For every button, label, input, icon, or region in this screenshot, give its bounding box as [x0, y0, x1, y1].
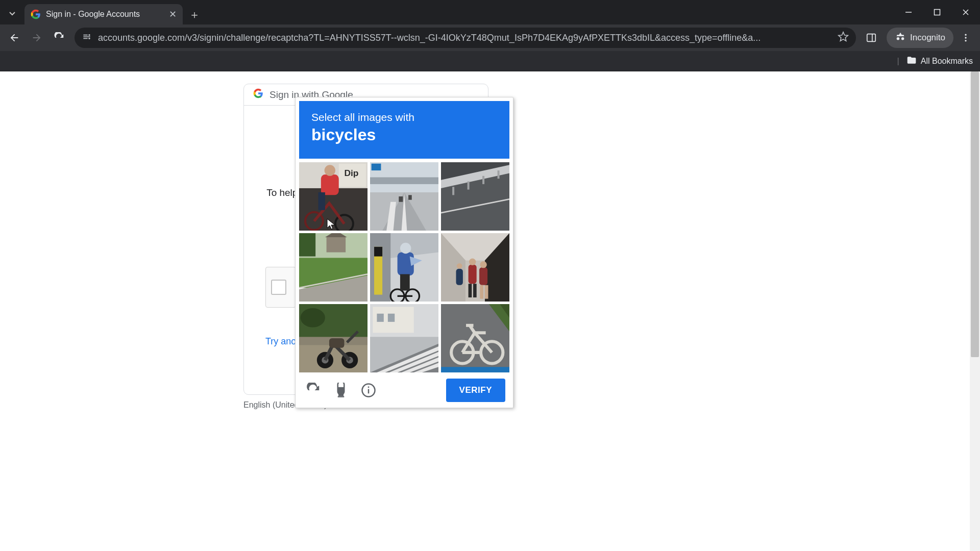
page-scrollbar[interactable]	[970, 71, 980, 551]
svg-point-2	[88, 34, 90, 36]
svg-rect-67	[485, 285, 488, 299]
svg-point-6	[965, 34, 966, 36]
scrollbar-thumb[interactable]	[971, 71, 979, 357]
svg-rect-64	[469, 284, 472, 297]
incognito-chip[interactable]: Incognito	[887, 28, 953, 48]
site-settings-icon[interactable]	[82, 32, 92, 44]
new-tab-button[interactable]: ＋	[186, 6, 203, 23]
captcha-target: bicycles	[311, 126, 497, 144]
window-close-button[interactable]	[951, 0, 980, 24]
svg-rect-82	[388, 314, 395, 322]
google-logo-icon	[253, 88, 263, 101]
captcha-footer: VERIFY	[299, 377, 509, 404]
svg-point-3	[88, 37, 90, 39]
captcha-tile-5[interactable]	[370, 233, 438, 302]
captcha-tile-1[interactable]: Dip	[299, 162, 368, 231]
bookmark-star-icon[interactable]	[838, 31, 849, 45]
bookmarks-bar: | All Bookmarks	[0, 51, 980, 71]
browser-menu-button[interactable]	[955, 28, 976, 48]
captcha-tile-7[interactable]	[299, 304, 368, 372]
svg-rect-76	[329, 338, 344, 348]
incognito-icon	[895, 31, 906, 45]
captcha-tile-9[interactable]	[441, 304, 509, 372]
all-bookmarks-button[interactable]: All Bookmarks	[906, 55, 973, 67]
svg-rect-51	[400, 274, 410, 290]
svg-rect-96	[368, 387, 370, 388]
svg-point-8	[965, 40, 966, 41]
svg-rect-19	[370, 177, 438, 184]
svg-rect-95	[368, 389, 370, 394]
url-text: accounts.google.com/v3/signin/challenge/…	[98, 33, 831, 43]
svg-point-7	[965, 37, 966, 38]
tab-close-icon[interactable]: ✕	[169, 9, 177, 20]
svg-point-70	[301, 308, 325, 328]
svg-rect-81	[377, 314, 383, 322]
window-minimize-button[interactable]	[894, 0, 923, 24]
recaptcha-anchor[interactable]	[265, 267, 296, 308]
svg-rect-65	[473, 284, 477, 297]
captcha-tile-8[interactable]	[370, 304, 438, 372]
recaptcha-checkbox[interactable]	[271, 280, 286, 295]
captcha-audio-button[interactable]	[331, 380, 351, 400]
folder-icon	[906, 55, 917, 67]
svg-rect-66	[480, 285, 483, 299]
svg-rect-25	[408, 195, 412, 199]
browser-tab-active[interactable]: Sign in - Google Accounts ✕	[24, 4, 183, 24]
svg-point-16	[325, 165, 335, 176]
nav-forward-button[interactable]	[27, 28, 47, 48]
window-maximize-button[interactable]	[923, 0, 951, 24]
page-viewport: Sign in with Google To help keep your ac…	[0, 71, 970, 551]
browser-toolbar: accounts.google.com/v3/signin/challenge/…	[0, 24, 980, 51]
window-titlebar: Sign in - Google Accounts ✕ ＋	[0, 0, 980, 24]
svg-point-63	[457, 263, 462, 269]
captcha-tile-6[interactable]	[441, 233, 509, 302]
svg-rect-46	[374, 247, 382, 257]
svg-rect-60	[479, 267, 487, 285]
recaptcha-challenge: Select all images with bicycles Dip	[295, 97, 513, 408]
captcha-tile-2[interactable]	[370, 162, 438, 231]
captcha-tile-3[interactable]	[441, 162, 509, 231]
captcha-reload-button[interactable]	[303, 380, 324, 400]
captcha-verify-button[interactable]: VERIFY	[446, 379, 505, 402]
tab-search-dropdown[interactable]	[3, 4, 21, 22]
svg-rect-91	[441, 367, 509, 372]
tab-title: Sign in - Google Accounts	[46, 10, 164, 19]
captcha-info-button[interactable]	[358, 380, 379, 400]
svg-rect-62	[456, 269, 462, 285]
svg-rect-38	[299, 233, 315, 257]
captcha-tile-4[interactable]	[299, 233, 368, 302]
svg-rect-26	[372, 164, 381, 170]
svg-rect-1	[935, 10, 940, 15]
bookmarks-divider: |	[897, 57, 899, 66]
captcha-banner: Select all images with bicycles	[299, 101, 509, 159]
google-favicon-icon	[31, 9, 41, 19]
svg-rect-15	[321, 174, 339, 195]
nav-back-button[interactable]	[4, 28, 24, 48]
svg-rect-24	[399, 196, 403, 202]
svg-rect-17	[318, 192, 325, 210]
svg-point-59	[469, 259, 476, 265]
svg-text:Dip: Dip	[344, 168, 358, 178]
svg-point-61	[480, 261, 486, 268]
captcha-grid: Dip	[299, 162, 509, 372]
svg-rect-4	[867, 34, 876, 42]
address-bar[interactable]: accounts.google.com/v3/signin/challenge/…	[75, 28, 856, 48]
all-bookmarks-label: All Bookmarks	[921, 57, 973, 66]
incognito-label: Incognito	[910, 33, 945, 43]
side-panel-button[interactable]	[861, 28, 881, 48]
svg-rect-36	[327, 237, 346, 252]
captcha-instruction: Select all images with	[311, 111, 497, 123]
nav-reload-button[interactable]	[49, 28, 69, 48]
svg-rect-58	[469, 265, 477, 284]
svg-point-52	[400, 243, 411, 254]
